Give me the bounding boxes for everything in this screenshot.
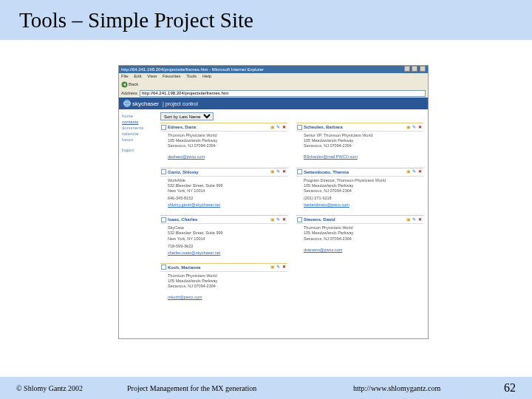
contact-checkbox[interactable]	[161, 125, 166, 130]
sidebar: home contacts documents calendar forum l…	[119, 109, 156, 338]
contact-addr1: 105 Meadowlands Parkway	[304, 138, 423, 143]
folder-icon[interactable]: ▣	[270, 265, 275, 270]
contact-email[interactable]: BScheulen@mail.PWCO.com	[304, 154, 358, 160]
delete-icon[interactable]: ✖	[282, 217, 287, 222]
footer-url: http://www.shlomygantz.com	[353, 384, 440, 392]
contact-org: SkyCase	[168, 225, 287, 231]
contact-email[interactable]: dedrees@pwco.com	[168, 154, 205, 160]
address-input[interactable]: http://64.241.198.204/projectsite/frames…	[140, 90, 426, 97]
edit-icon[interactable]: ✎	[276, 217, 281, 222]
sort-select[interactable]: Sort by Last Name	[160, 112, 214, 120]
folder-icon[interactable]: ▣	[406, 125, 411, 130]
app-body: home contacts documents calendar forum l…	[119, 109, 428, 338]
address-label: Address	[121, 91, 137, 95]
contact-checkbox[interactable]	[297, 125, 302, 130]
back-label: Back	[129, 82, 138, 86]
contact-addr2: Secaucus, NJ 07094-2304	[304, 236, 423, 242]
menu-file[interactable]: File	[121, 74, 129, 78]
edit-icon[interactable]: ✎	[276, 169, 281, 174]
menu-tools[interactable]: Tools	[186, 74, 197, 78]
footer-copyright: © Shlomy Gantz 2002	[16, 384, 83, 392]
brand-name: skychaser	[132, 100, 159, 107]
screenshot: http://64.241.198.204/projectsite/frames…	[118, 65, 429, 339]
sidebar-item-contacts[interactable]: contacts	[122, 120, 153, 124]
folder-icon[interactable]: ▣	[406, 169, 411, 174]
slide-title: Tools – Simple Project Site	[19, 8, 253, 33]
delete-icon[interactable]: ✖	[282, 169, 287, 174]
contact-checkbox[interactable]	[161, 265, 166, 270]
sidebar-item-forum[interactable]: forum	[122, 137, 153, 142]
menu-edit[interactable]: Edit	[134, 74, 141, 78]
contact-card-header: Koch, Marianne▣✎✖	[160, 264, 287, 272]
delete-icon[interactable]: ✖	[282, 125, 287, 130]
contact-name: Gantz, Shlomy	[168, 170, 268, 174]
contact-org: Program Director, Thomson Physicians Wor…	[304, 178, 423, 183]
contact-email[interactable]: tsettembcato@pwco.com	[304, 202, 349, 208]
contact-email[interactable]: dstevens@pwco.com	[304, 248, 342, 253]
edit-icon[interactable]: ✎	[412, 125, 417, 130]
menu-favorites[interactable]: Favorites	[163, 74, 181, 78]
contact-checkbox[interactable]	[297, 217, 302, 222]
delete-icon[interactable]: ✖	[417, 125, 423, 130]
contact-org: Thomson Physicians World	[304, 225, 423, 231]
menu-help[interactable]: Help	[202, 74, 211, 78]
contact-addr2: Secaucus, NJ 07094-2304	[168, 284, 287, 289]
back-arrow-icon	[121, 81, 128, 88]
sidebar-item-documents[interactable]: documents	[122, 126, 153, 130]
contact-body: SkyCase532 Bleecker Street, Suite 999New…	[160, 224, 287, 259]
contact-card-header: Settembcato, Therma▣✎✖	[296, 168, 423, 177]
menu-view[interactable]: View	[147, 74, 157, 78]
contact-checkbox[interactable]	[161, 169, 166, 174]
contact-card: Koch, Marianne▣✎✖Thomson Physicians Worl…	[160, 263, 287, 304]
contact-card: Isaac, Charles▣✎✖SkyCase532 Bleecker Str…	[160, 215, 287, 259]
contact-addr2: Secaucus, NJ 07094-2304	[304, 188, 423, 194]
app-brand-bar: skychaser | project control	[119, 98, 428, 109]
slide-footer: © Shlomy Gantz 2002 Project Management f…	[0, 377, 532, 399]
contact-card: Settembcato, Therma▣✎✖Program Director, …	[296, 168, 423, 211]
contact-phone: 718-599-3622	[168, 244, 287, 249]
contact-card-header: Stevens, David▣✎✖	[296, 216, 423, 224]
contact-addr2: Secaucus, NJ 07094-2304	[168, 143, 287, 149]
back-button[interactable]: Back	[121, 81, 138, 88]
folder-icon[interactable]: ▣	[270, 125, 275, 130]
sidebar-item-home[interactable]: home	[122, 114, 153, 118]
contact-email[interactable]: shlomy.gantz@skychaser.net	[168, 202, 220, 208]
window-controls	[403, 66, 426, 73]
edit-icon[interactable]: ✎	[412, 169, 417, 174]
edit-icon[interactable]: ✎	[412, 217, 417, 222]
contact-card: Stevens, David▣✎✖Thomson Physicians Worl…	[296, 215, 423, 259]
folder-icon[interactable]: ▣	[270, 169, 275, 174]
folder-icon[interactable]: ▣	[270, 217, 275, 222]
contact-org: Thomson Physicians World	[168, 133, 287, 138]
contact-body: Thomson Physicians World105 Meadowlands …	[160, 132, 287, 163]
sidebar-item-calendar[interactable]: calendar	[122, 132, 153, 136]
edit-icon[interactable]: ✎	[276, 265, 281, 270]
contact-body: Senior VP, Thomson Physicians World105 M…	[296, 132, 423, 163]
contact-addr1: 105 Meadowlands Parkway	[304, 183, 423, 188]
contact-addr2: Secaucus, NJ 07094-2304	[304, 143, 423, 149]
contact-org: Thomson Physicians World	[168, 273, 287, 279]
contact-org: Senior VP, Thomson Physicians World	[304, 133, 423, 138]
delete-icon[interactable]: ✖	[417, 217, 423, 222]
contact-email[interactable]: mkoch@pwco.com	[168, 295, 202, 300]
contact-checkbox[interactable]	[161, 217, 166, 222]
contact-name: Koch, Marianne	[168, 265, 268, 270]
contact-addr1: 105 Meadowlands Parkway	[304, 231, 423, 236]
delete-icon[interactable]: ✖	[282, 265, 287, 270]
contact-checkbox[interactable]	[297, 169, 302, 174]
folder-icon[interactable]: ▣	[406, 217, 411, 222]
browser-window-title: http://64.241.198.204/projectsite/frames…	[121, 66, 264, 72]
edit-icon[interactable]: ✎	[276, 125, 281, 130]
contact-email[interactable]: charles.isaac@skychaser.net	[168, 250, 220, 256]
close-icon[interactable]	[420, 66, 426, 72]
browser-toolbar: Back	[119, 80, 428, 89]
contact-name: Settembcato, Therma	[304, 170, 404, 174]
browser-addressbar: Address http://64.241.198.204/projectsit…	[119, 89, 428, 98]
minimize-icon[interactable]	[404, 66, 410, 72]
sidebar-item-logout[interactable]: logout	[122, 148, 153, 152]
delete-icon[interactable]: ✖	[417, 169, 423, 174]
contact-card-header: Edrees, Dana▣✎✖	[160, 123, 287, 132]
maximize-icon[interactable]	[412, 66, 417, 72]
contact-addr2: New York, NY 10014	[168, 188, 287, 194]
contact-addr1: 532 Bleecker Street, Suite 999	[168, 183, 287, 188]
